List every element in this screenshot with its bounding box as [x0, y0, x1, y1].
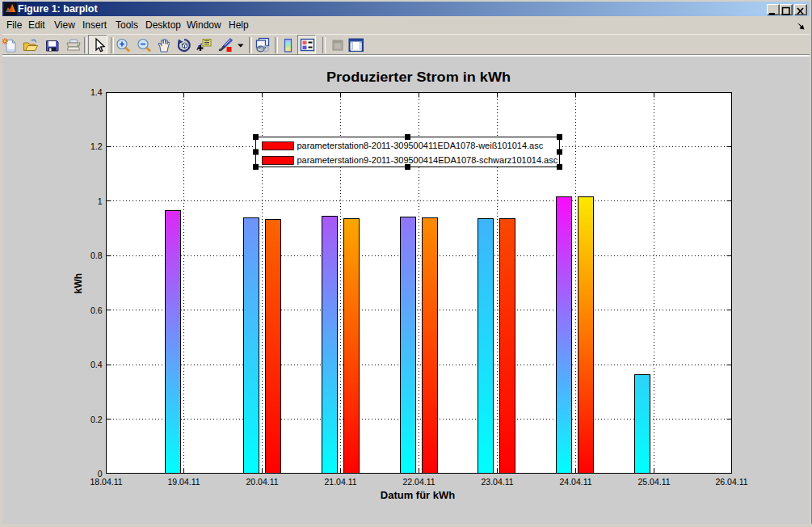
svg-text:Datum für kWh: Datum für kWh [381, 489, 456, 501]
svg-text:20.04.11: 20.04.11 [246, 477, 278, 487]
svg-text:0.4: 0.4 [90, 360, 103, 369]
svg-text:Produzierter Strom in kWh: Produzierter Strom in kWh [326, 70, 511, 84]
svg-text:25.04.11: 25.04.11 [637, 477, 670, 487]
svg-text:0.6: 0.6 [90, 306, 103, 315]
svg-text:0.8: 0.8 [90, 251, 103, 260]
svg-text:1: 1 [98, 196, 103, 206]
svg-text:21.04.11: 21.04.11 [324, 477, 356, 487]
svg-text:parameterstation8-2011-3095004: parameterstation8-2011-309500411EDA1078-… [297, 141, 544, 150]
svg-text:22.04.11: 22.04.11 [402, 477, 435, 487]
svg-text:1.2: 1.2 [90, 141, 103, 151]
svg-text:23.04.11: 23.04.11 [481, 477, 513, 487]
svg-text:26.04.11: 26.04.11 [715, 477, 747, 487]
svg-text:parameterstation9-2011-3095004: parameterstation9-2011-309500414EDA1078-… [297, 155, 558, 165]
svg-text:1.4: 1.4 [90, 87, 103, 97]
svg-text:kWh: kWh [73, 273, 84, 293]
svg-text:24.04.11: 24.04.11 [559, 477, 591, 487]
svg-text:19.04.11: 19.04.11 [167, 477, 200, 487]
svg-text:18.04.11: 18.04.11 [90, 477, 122, 487]
svg-text:0.2: 0.2 [90, 415, 103, 424]
